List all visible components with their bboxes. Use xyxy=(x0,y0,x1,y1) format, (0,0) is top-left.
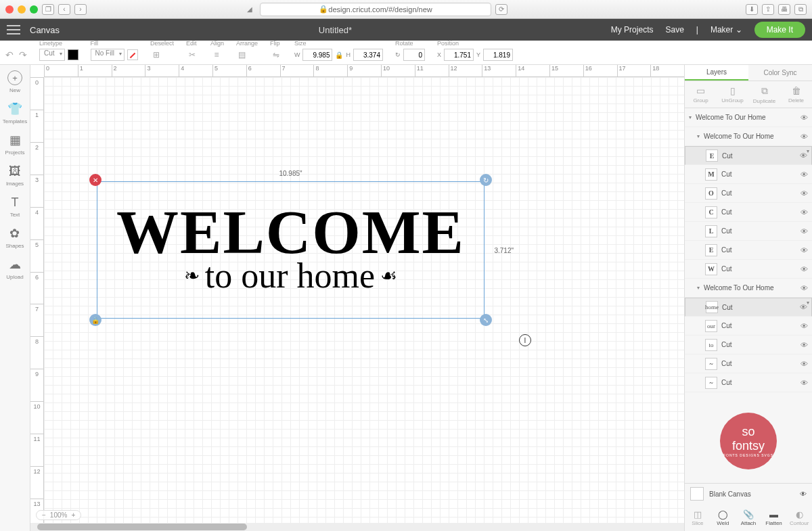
visibility-icon[interactable]: 👁 xyxy=(800,360,808,368)
visibility-toggle-icon[interactable]: 👁 xyxy=(800,490,807,498)
flatten-button[interactable]: ▬Flatten xyxy=(761,504,787,531)
visibility-icon[interactable]: 👁 xyxy=(800,303,807,311)
traffic-max-icon[interactable] xyxy=(30,5,38,14)
traffic-close-icon[interactable] xyxy=(5,5,14,14)
group-button[interactable]: ▭Group xyxy=(685,81,717,108)
selection-box[interactable]: 10.985" 3.712" ✕ ↻ 🔒 ⤡ WELCOME ❧ to our … xyxy=(97,181,484,319)
download-icon[interactable]: ⬇ xyxy=(746,4,758,15)
align-icon[interactable]: ≡ xyxy=(210,49,223,61)
pos-y-input[interactable] xyxy=(483,49,513,61)
undo-icon[interactable]: ↶ xyxy=(5,49,14,60)
my-projects-link[interactable]: My Projects xyxy=(611,25,654,34)
sidebar-toggle-icon[interactable]: ❐ xyxy=(42,4,54,15)
visibility-icon[interactable]: 👁 xyxy=(800,322,808,330)
nav-fwd-icon[interactable]: › xyxy=(74,4,87,15)
arrange-icon[interactable]: ▤ xyxy=(236,49,248,61)
make-it-button[interactable]: Make It xyxy=(754,22,805,38)
layer-row[interactable]: CCut👁 xyxy=(685,203,812,222)
visibility-icon[interactable]: 👁 xyxy=(800,265,808,273)
rail-shapes[interactable]: ✿Shapes xyxy=(5,226,24,249)
redo-icon[interactable]: ↷ xyxy=(19,49,27,60)
visibility-icon[interactable]: 👁 xyxy=(800,133,808,141)
share-icon[interactable]: ⇪ xyxy=(762,4,774,15)
design-art[interactable]: WELCOME ❧ to our home ☙ xyxy=(102,186,480,314)
rail-new[interactable]: +New xyxy=(7,70,22,93)
rail-templates[interactable]: 👕Templates xyxy=(3,101,27,124)
delete-button[interactable]: 🗑Delete xyxy=(780,81,812,108)
layer-row[interactable]: ECut👁 xyxy=(685,146,812,165)
templates-icon: 👕 xyxy=(7,101,22,116)
lock-handle-icon[interactable]: 🔒 xyxy=(89,314,102,326)
visibility-icon[interactable]: 👁 xyxy=(800,189,808,198)
layer-row[interactable]: homeCut👁 xyxy=(685,298,812,317)
welcome-text: WELCOME xyxy=(116,204,465,260)
rotate-handle-icon[interactable]: ↻ xyxy=(480,174,492,186)
layer-row[interactable]: LCut👁 xyxy=(685,222,812,241)
rail-images[interactable]: 🖼Images xyxy=(6,164,24,187)
duplicate-button[interactable]: ⧉Duplicate xyxy=(748,81,780,108)
layer-row[interactable]: ▾Welcome To Our Home👁 xyxy=(685,127,812,146)
visibility-icon[interactable]: 👁 xyxy=(800,152,807,160)
layer-row[interactable]: ourCut👁 xyxy=(685,317,812,336)
visibility-icon[interactable]: 👁 xyxy=(800,227,808,235)
print-icon[interactable]: 🖶 xyxy=(778,4,790,15)
zoom-in-icon[interactable]: + xyxy=(71,511,75,519)
canvas[interactable]: 0123456789101112131415161718 01234567891… xyxy=(30,65,684,531)
visibility-icon[interactable]: 👁 xyxy=(800,208,808,216)
layer-row[interactable]: ▾Welcome To Our Home👁 xyxy=(685,108,812,127)
layer-row[interactable]: WCut👁 xyxy=(685,260,812,279)
scale-handle-icon[interactable]: ⤡ xyxy=(480,314,492,326)
layer-row[interactable]: toCut👁 xyxy=(685,336,812,354)
rail-text[interactable]: TText xyxy=(7,195,22,218)
zoom-control[interactable]: −100%+ xyxy=(36,510,81,520)
visibility-icon[interactable]: 👁 xyxy=(800,170,808,179)
tab-color-sync[interactable]: Color Sync xyxy=(748,65,812,80)
lock-aspect-icon[interactable]: 🔒 xyxy=(335,51,343,59)
rail-projects[interactable]: ▦Projects xyxy=(5,133,25,156)
layer-row[interactable]: ECut👁 xyxy=(685,241,812,260)
layer-row[interactable]: MCut👁 xyxy=(685,165,812,184)
machine-select[interactable]: Maker ⌄ xyxy=(710,25,742,34)
layer-row[interactable]: ▾Welcome To Our Home👁 xyxy=(685,279,812,298)
menu-icon[interactable] xyxy=(7,25,20,34)
visibility-icon[interactable]: 👁 xyxy=(800,114,808,122)
url-bar[interactable]: 🔒 design.cricut.com/#/design/new xyxy=(260,3,491,16)
deselect-icon[interactable]: ⊞ xyxy=(150,49,162,61)
line-color-swatch[interactable] xyxy=(68,49,78,60)
nav-back-icon[interactable]: ‹ xyxy=(58,4,70,15)
weld-button[interactable]: ◯Weld xyxy=(710,504,736,531)
visibility-icon[interactable]: 👁 xyxy=(800,284,808,292)
rotate-input[interactable] xyxy=(403,49,425,61)
script-text: to our home xyxy=(205,256,375,296)
width-input[interactable] xyxy=(302,49,332,61)
visibility-icon[interactable]: 👁 xyxy=(800,379,808,387)
flip-icon[interactable]: ⇋ xyxy=(270,49,282,61)
text-cursor-icon: I xyxy=(519,334,531,346)
fill-select[interactable]: No Fill xyxy=(91,49,125,61)
blank-canvas-row[interactable]: Blank Canvas 👁 xyxy=(685,484,812,504)
layer-row[interactable]: ~Cut👁 xyxy=(685,354,812,373)
layer-row[interactable]: OCut👁 xyxy=(685,184,812,203)
selection-width-label: 10.985" xyxy=(279,170,302,177)
tab-layers[interactable]: Layers xyxy=(685,65,748,80)
edit-icon[interactable]: ✂ xyxy=(186,49,198,61)
tabs-icon[interactable]: ⧉ xyxy=(794,4,807,15)
layer-row[interactable]: ~Cut👁 xyxy=(685,373,812,392)
traffic-min-icon[interactable] xyxy=(18,5,26,14)
ungroup-button[interactable]: ▯UnGroup xyxy=(717,81,748,108)
visibility-icon[interactable]: 👁 xyxy=(800,341,808,349)
projects-icon: ▦ xyxy=(7,133,22,147)
browser-chrome: ❐ ‹ › ◢ 🔒 design.cricut.com/#/design/new… xyxy=(0,0,812,19)
no-fill-icon[interactable] xyxy=(127,49,138,60)
reload-icon[interactable]: ⟳ xyxy=(495,4,508,15)
save-link[interactable]: Save xyxy=(665,25,683,34)
h-scrollbar[interactable] xyxy=(30,523,684,531)
pos-x-input[interactable] xyxy=(444,49,474,61)
rail-upload[interactable]: ☁Upload xyxy=(6,257,23,280)
linetype-select[interactable]: Cut xyxy=(39,49,65,61)
height-input[interactable] xyxy=(353,49,383,61)
attach-button[interactable]: 📎Attach xyxy=(736,504,761,531)
delete-handle-icon[interactable]: ✕ xyxy=(89,174,102,186)
visibility-icon[interactable]: 👁 xyxy=(800,246,808,254)
zoom-out-icon[interactable]: − xyxy=(42,511,46,519)
